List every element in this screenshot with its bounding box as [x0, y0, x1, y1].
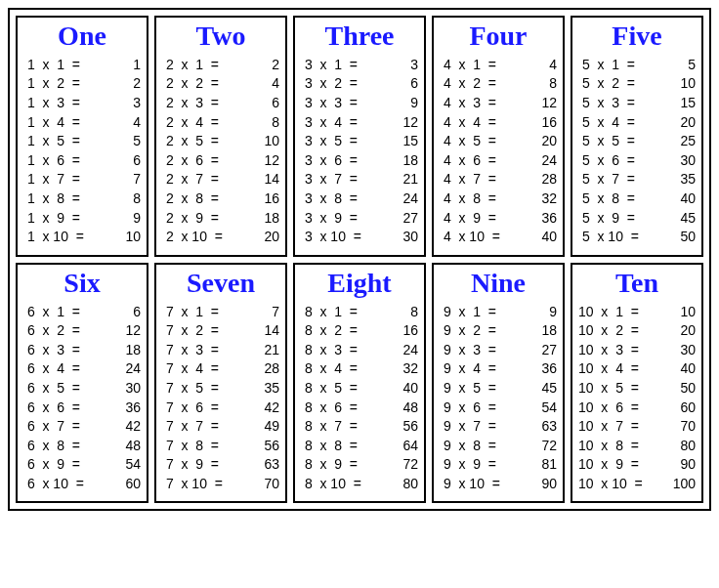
equation-result: 72	[533, 437, 557, 456]
equation-lhs: 7 x 7 =	[162, 417, 219, 437]
table-row: 1 x 3 =3	[23, 94, 141, 113]
table-row: 4 x 8 =32	[440, 189, 557, 209]
equation-result: 60	[672, 399, 696, 418]
equation-lhs: 5 x 3 =	[578, 94, 635, 113]
equation-lhs: 3 x 4 =	[301, 113, 358, 133]
equation-result: 1	[117, 56, 141, 75]
table-row: 2 x 1 =2	[162, 56, 279, 75]
equation-result: 8	[395, 303, 418, 322]
equation-result: 12	[395, 113, 418, 133]
equation-result: 45	[533, 379, 557, 399]
table-row: 9 x 3 =27	[440, 341, 557, 360]
equation-result: 2	[256, 56, 279, 75]
equation-lhs: 7 x 5 =	[162, 379, 219, 399]
equation-lhs: 7 x 1 =	[162, 303, 219, 322]
equation-lhs: 4 x 4 =	[440, 113, 496, 133]
table-title: Four	[440, 21, 557, 52]
table-row: 5 x 3 =15	[578, 94, 696, 113]
equation-result: 10	[672, 74, 696, 94]
table-row: 2 x 2 =4	[162, 74, 279, 94]
table-row: 8 x 6 =48	[301, 399, 418, 418]
table-row: 8 x 9 =72	[301, 455, 418, 475]
equation-result: 100	[672, 475, 696, 494]
equation-result: 42	[117, 417, 141, 437]
equation-lhs: 1 x 7 =	[23, 170, 80, 189]
equation-result: 3	[117, 94, 141, 113]
equation-lhs: 4 x 8 =	[440, 189, 496, 209]
equation-lhs: 2 x 8 =	[162, 189, 219, 209]
equation-lhs: 4 x 10 =	[440, 228, 500, 247]
equation-lhs: 2 x 5 =	[162, 132, 219, 151]
equation-lhs: 6 x 3 =	[23, 341, 80, 360]
equation-result: 4	[117, 113, 141, 133]
table-row: 6 x 8 =48	[23, 437, 141, 456]
equation-lhs: 9 x 10 =	[440, 475, 500, 494]
table-row: 9 x 6 =54	[440, 399, 557, 418]
equation-result: 40	[395, 379, 418, 399]
table-row: 6 x 4 =24	[23, 359, 141, 379]
table-row: 9 x 8 =72	[440, 437, 557, 456]
equation-result: 64	[395, 437, 418, 456]
equation-result: 35	[256, 379, 279, 399]
table-row: 2 x 6 =12	[162, 151, 279, 171]
table-row: 8 x 1 =8	[301, 303, 418, 322]
equation-lhs: 10 x 9 =	[578, 455, 639, 475]
table-rows: 10 x 1 =1010 x 2 =2010 x 3 =3010 x 4 =40…	[578, 303, 696, 494]
equation-result: 70	[256, 475, 279, 494]
equation-lhs: 4 x 3 =	[440, 94, 496, 113]
table-row: 9 x 7 =63	[440, 417, 557, 437]
table-row: 1 x 5 =5	[23, 132, 141, 151]
equation-lhs: 10 x 3 =	[578, 341, 639, 360]
equation-result: 50	[672, 228, 696, 247]
equation-lhs: 4 x 2 =	[440, 74, 496, 94]
equation-result: 48	[395, 399, 418, 418]
table-row: 10 x 6 =60	[578, 399, 696, 418]
table-row: 9 x 5 =45	[440, 379, 557, 399]
table-row: 9 x 1 =9	[440, 303, 557, 322]
table-card-2: Two 2 x 1 =2 2 x 2 =4 2 x 3 =6 2 x 4 =8 …	[154, 16, 287, 257]
table-row: 1 x 6 =6	[23, 151, 141, 171]
equation-lhs: 8 x 9 =	[301, 455, 358, 475]
table-rows: 5 x 1 =5 5 x 2 =10 5 x 3 =15 5 x 4 =20 5…	[578, 56, 696, 247]
equation-lhs: 9 x 9 =	[440, 455, 496, 475]
table-row: 6 x 3 =18	[23, 341, 141, 360]
equation-result: 35	[672, 170, 696, 189]
equation-lhs: 7 x 9 =	[162, 455, 219, 475]
table-row: 3 x 1 =3	[301, 56, 418, 75]
table-row: 4 x 2 =8	[440, 74, 557, 94]
equation-result: 24	[395, 189, 418, 209]
equation-lhs: 1 x 3 =	[23, 94, 80, 113]
equation-result: 14	[256, 170, 279, 189]
equation-lhs: 1 x 2 =	[23, 74, 80, 94]
equation-lhs: 3 x 8 =	[301, 189, 358, 209]
equation-lhs: 10 x 8 =	[578, 437, 639, 456]
equation-lhs: 7 x 8 =	[162, 437, 219, 456]
table-row: 7 x 6 =42	[162, 399, 279, 418]
table-card-1: One 1 x 1 =1 1 x 2 =2 1 x 3 =3 1 x 4 =4 …	[16, 16, 148, 257]
table-row: 2 x 7 =14	[162, 170, 279, 189]
table-row: 10 x 7 =70	[578, 417, 696, 437]
table-row: 1 x 9 =9	[23, 209, 141, 229]
equation-lhs: 6 x 5 =	[23, 379, 80, 399]
table-row: 10 x 3 =30	[578, 341, 696, 360]
equation-result: 12	[256, 151, 279, 171]
table-title: Eight	[301, 269, 418, 299]
table-row: 6 x 1 =6	[23, 303, 141, 322]
table-row: 5 x 6 =30	[578, 151, 696, 171]
table-row: 4 x 3 =12	[440, 94, 557, 113]
table-rows: 7 x 1 =7 7 x 2 =14 7 x 3 =21 7 x 4 =28 7…	[162, 303, 279, 494]
equation-lhs: 10 x 1 =	[578, 303, 639, 322]
equation-lhs: 5 x 2 =	[578, 74, 635, 94]
table-row: 6 x 9 =54	[23, 455, 141, 475]
equation-result: 20	[672, 321, 696, 341]
equation-result: 56	[256, 437, 279, 456]
equation-result: 81	[533, 455, 557, 475]
table-rows: 4 x 1 =4 4 x 2 =8 4 x 3 =12 4 x 4 =16 4 …	[440, 56, 557, 247]
equation-result: 9	[395, 94, 418, 113]
equation-result: 80	[395, 475, 418, 494]
equation-lhs: 10 x 6 =	[578, 399, 639, 418]
equation-result: 5	[117, 132, 141, 151]
multiplication-tables-container: One 1 x 1 =1 1 x 2 =2 1 x 3 =3 1 x 4 =4 …	[8, 8, 711, 511]
equation-result: 16	[533, 113, 557, 133]
table-row: 2 x 5 =10	[162, 132, 279, 151]
